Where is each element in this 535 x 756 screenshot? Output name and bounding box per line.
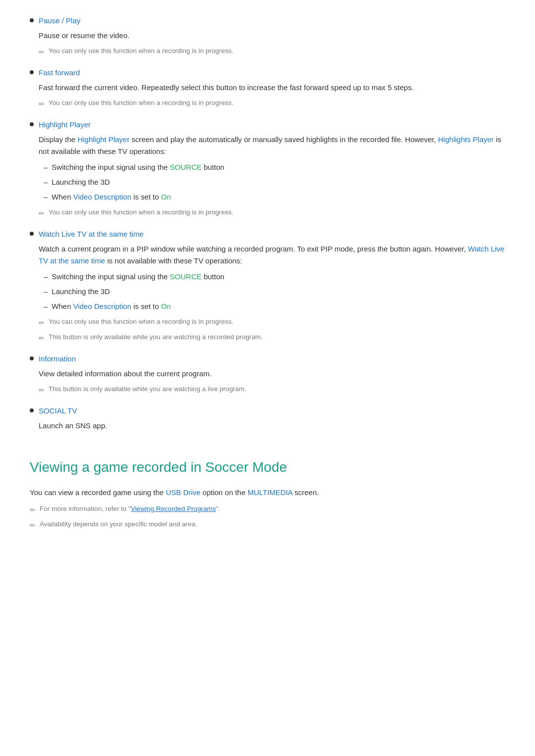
pencil-icon <box>30 519 36 531</box>
on-label2: On <box>161 302 171 310</box>
bullet-dot <box>30 408 34 412</box>
soccer-mode-intro: You can view a recorded game using the U… <box>30 487 505 499</box>
pencil-icon <box>39 98 45 110</box>
bullet-dot <box>30 70 34 74</box>
sub-item: Switching the input signal using the SOU… <box>39 271 505 283</box>
watch-live-tv-desc: Watch a current program in a PIP window … <box>39 243 505 267</box>
sub-item: When Video Description is set to On <box>39 301 505 312</box>
source-label: SOURCE <box>170 272 202 281</box>
highlight-player-note: You can only use this function when a re… <box>39 207 505 219</box>
pencil-icon <box>39 46 45 58</box>
pause-play-desc: Pause or resume the video. <box>39 30 505 42</box>
sub-item: Launching the 3D <box>39 176 505 188</box>
highlight-player-title[interactable]: Highlight Player <box>39 119 91 131</box>
separator: / <box>62 16 66 25</box>
viewing-recorded-link[interactable]: Viewing Recorded Programs <box>131 505 216 512</box>
information-body: View detailed information about the curr… <box>30 368 505 396</box>
soccer-mode-section: Viewing a game recorded in Soccer Mode Y… <box>30 456 505 531</box>
fast-forward-body: Fast forward the current video. Repeated… <box>30 82 505 110</box>
sub-item-text: When Video Description is set to On <box>52 301 171 312</box>
highlight-player-body: Display the Highlight Player screen and … <box>30 134 505 219</box>
list-item-information: Information View detailed information ab… <box>30 353 505 396</box>
information-title[interactable]: Information <box>39 353 76 365</box>
soccer-mode-note2: Availability depends on your specific mo… <box>30 519 505 531</box>
fast-forward-desc: Fast forward the current video. Repeated… <box>39 82 505 94</box>
source-label: SOURCE <box>170 163 202 171</box>
video-desc-link2[interactable]: Video Description <box>73 302 131 310</box>
pencil-icon <box>30 504 36 516</box>
pause-play-title[interactable]: Pause / Play <box>39 15 80 27</box>
watch-live-tv-title[interactable]: Watch Live TV at the same time <box>39 228 144 240</box>
fast-forward-note: You can only use this function when a re… <box>39 98 505 110</box>
highlight-player-inline-link[interactable]: Highlight Player <box>77 135 129 144</box>
sub-item-text: Launching the 3D <box>52 176 110 188</box>
list-item-fast-forward: Fast forward Fast forward the current vi… <box>30 67 505 110</box>
list-item-social-tv: SOCIAL TV Launch an SNS app. <box>30 405 505 432</box>
sub-item-text: Switching the input signal using the SOU… <box>52 161 224 173</box>
play-link[interactable]: Play <box>66 16 80 25</box>
highlight-player-note-text: You can only use this function when a re… <box>49 207 233 218</box>
soccer-mode-title: Viewing a game recorded in Soccer Mode <box>30 456 505 479</box>
fast-forward-note-text: You can only use this function when a re… <box>49 98 233 108</box>
sub-item-text: When Video Description is set to On <box>52 191 171 203</box>
sub-item: Switching the input signal using the SOU… <box>39 161 505 173</box>
watch-live-tv-note1: You can only use this function when a re… <box>39 316 505 329</box>
pencil-icon <box>39 317 45 329</box>
fast-forward-title[interactable]: Fast forward <box>39 67 80 79</box>
social-tv-body: Launch an SNS app. <box>30 420 505 432</box>
usb-drive-link[interactable]: USB Drive <box>166 488 201 497</box>
sub-item-text: Launching the 3D <box>52 286 110 298</box>
on-label: On <box>161 193 171 201</box>
watch-live-tv-note1-text: You can only use this function when a re… <box>49 316 233 327</box>
multimedia-link[interactable]: MULTIMEDIA <box>248 488 293 497</box>
watch-live-tv-inline-link[interactable]: Watch Live TV at the same time <box>39 245 504 265</box>
soccer-mode-note1: For more information, refer to "Viewing … <box>30 504 505 516</box>
information-note: This button is only available while you … <box>39 384 505 396</box>
sub-item: When Video Description is set to On <box>39 191 505 203</box>
highlight-player-sub-list: Switching the input signal using the SOU… <box>39 161 505 203</box>
pause-play-note-text: You can only use this function when a re… <box>49 46 233 56</box>
watch-live-tv-note2-text: This button is only available while you … <box>49 332 263 343</box>
pause-play-body: Pause or resume the video. You can only … <box>30 30 505 58</box>
watch-live-tv-body: Watch a current program in a PIP window … <box>30 243 505 344</box>
main-list: Pause / Play Pause or resume the video. … <box>30 15 505 432</box>
social-tv-title[interactable]: SOCIAL TV <box>39 405 77 417</box>
list-item-pause-play: Pause / Play Pause or resume the video. … <box>30 15 505 58</box>
sub-item: Launching the 3D <box>39 286 505 298</box>
pencil-icon <box>39 332 45 344</box>
pause-link[interactable]: Pause <box>39 16 60 25</box>
watch-live-tv-note2: This button is only available while you … <box>39 332 505 344</box>
list-item-highlight-player: Highlight Player Display the Highlight P… <box>30 119 505 219</box>
bullet-dot <box>30 18 34 22</box>
pencil-icon <box>39 384 45 396</box>
sub-item-text: Switching the input signal using the SOU… <box>52 271 224 283</box>
bullet-dot <box>30 356 34 360</box>
bullet-dot <box>30 232 34 236</box>
highlights-player-inline-link[interactable]: Highlights Player <box>438 135 494 144</box>
watch-live-tv-sub-list: Switching the input signal using the SOU… <box>39 271 505 312</box>
video-desc-link[interactable]: Video Description <box>73 193 131 201</box>
pause-play-note: You can only use this function when a re… <box>39 46 505 58</box>
information-desc: View detailed information about the curr… <box>39 368 505 380</box>
list-item-watch-live-tv: Watch Live TV at the same time Watch a c… <box>30 228 505 344</box>
social-tv-desc: Launch an SNS app. <box>39 420 505 432</box>
bullet-dot <box>30 122 34 126</box>
soccer-mode-note2-text: Availability depends on your specific mo… <box>40 519 197 530</box>
information-note-text: This button is only available while you … <box>49 384 246 395</box>
pencil-icon <box>39 207 45 219</box>
soccer-mode-note1-text: For more information, refer to "Viewing … <box>40 504 220 514</box>
highlight-player-desc: Display the Highlight Player screen and … <box>39 134 505 157</box>
